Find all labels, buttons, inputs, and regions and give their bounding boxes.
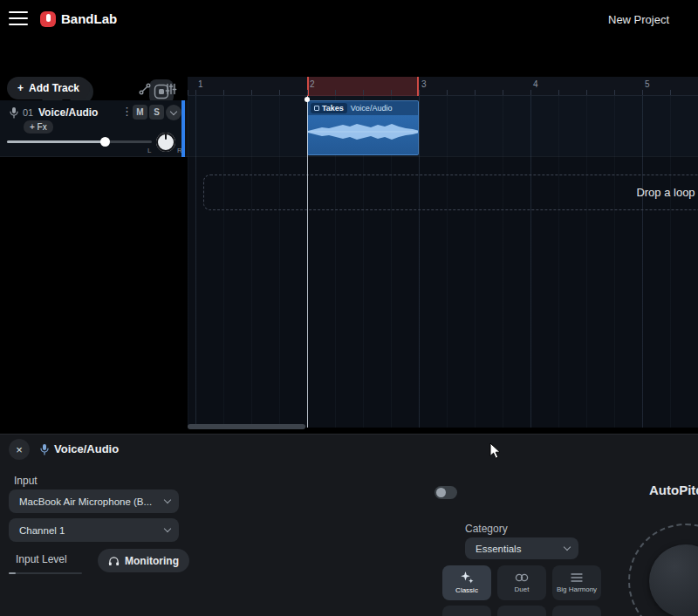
track-collapse-button[interactable]: [166, 105, 181, 120]
drop-loop-label: Drop a loop: [636, 186, 695, 199]
channel-dropdown[interactable]: Channel 1: [9, 518, 179, 542]
timeline: 1 2 3 4 5 Takes Voice/Audio Dr: [188, 70, 698, 434]
track-menu-icon[interactable]: ⋮: [121, 105, 133, 118]
track-selected-indicator: [181, 100, 185, 157]
hamburger-menu-icon[interactable]: [9, 11, 28, 27]
input-level-fill: [9, 572, 16, 574]
volume-slider[interactable]: [7, 140, 152, 143]
sparkle-icon: [461, 572, 474, 584]
track-number: 01: [23, 107, 33, 118]
top-bar: BandLab New Project: [0, 0, 698, 38]
preset-duet[interactable]: Duet: [497, 565, 546, 600]
bar-number: 3: [421, 79, 427, 89]
automation-button[interactable]: [134, 79, 155, 99]
headphones-icon: [108, 556, 120, 566]
track-header[interactable]: 01 Voice/Audio ⋮ M S + Fx L R: [0, 100, 188, 157]
preset-tile[interactable]: [442, 606, 491, 616]
playhead: [307, 96, 308, 428]
drop-loop-zone[interactable]: Drop a loop: [203, 175, 698, 210]
takes-badge[interactable]: Takes: [311, 103, 347, 113]
track-settings-panel: × Voice/Audio Input MacBook Air Micropho…: [0, 434, 698, 616]
bar-number: 5: [645, 79, 650, 89]
add-fx-button[interactable]: + Fx: [24, 120, 53, 133]
input-label: Input: [14, 475, 38, 487]
pan-knob[interactable]: [156, 133, 175, 152]
project-title[interactable]: New Project: [608, 13, 669, 26]
category-label: Category: [465, 523, 508, 535]
automation-icon: [139, 83, 151, 95]
transport-toolbar: 120 bpm 4 / 4 Key 00:0: [0, 38, 698, 70]
takes-icon: [314, 106, 319, 111]
brand-name: BandLab: [61, 11, 117, 26]
mixer-icon: [165, 83, 177, 95]
mixer-button[interactable]: [161, 79, 181, 99]
mic-icon: [9, 106, 19, 119]
pan-left-label: L: [147, 147, 151, 154]
add-track-label: Add Track: [29, 82, 79, 94]
chevron-down-icon: [164, 525, 171, 532]
close-panel-button[interactable]: ×: [9, 439, 30, 460]
preset-tile[interactable]: [497, 606, 546, 616]
monitoring-button[interactable]: Monitoring: [98, 549, 189, 572]
volume-fill: [7, 140, 105, 143]
input-level-meter: [9, 572, 82, 574]
clip-header[interactable]: Takes Voice/Audio: [308, 101, 418, 115]
chevron-down-icon: [170, 107, 177, 114]
ruler-ticks: [188, 90, 698, 95]
track-lanes[interactable]: [188, 96, 698, 428]
plus-icon: +: [17, 82, 24, 94]
chevron-down-icon: [164, 496, 171, 503]
autopitch-knob[interactable]: [649, 544, 698, 616]
category-dropdown[interactable]: Essentials: [465, 537, 578, 559]
playhead-marker: [305, 97, 310, 102]
harmony-icon: [571, 572, 583, 583]
input-level-label: Input Level: [16, 553, 67, 565]
bar-number: 2: [310, 79, 315, 89]
waveform: [308, 119, 419, 145]
add-track-button[interactable]: + Add Track: [7, 77, 90, 99]
preset-tile[interactable]: [552, 606, 601, 616]
track-lane[interactable]: [188, 96, 698, 157]
autopitch-title: AutoPitch: [649, 483, 698, 497]
clip-name: Voice/Audio: [351, 104, 393, 113]
input-device-dropdown[interactable]: MacBook Air Microphone (B...: [9, 489, 179, 513]
preset-big-harmony[interactable]: Big Harmony: [552, 565, 601, 600]
mic-icon: [39, 443, 50, 455]
volume-thumb[interactable]: [100, 137, 110, 147]
solo-button[interactable]: S: [149, 105, 164, 120]
bar-number: 4: [533, 79, 538, 89]
autopitch-knob-ring: [628, 524, 698, 616]
preset-classic[interactable]: Classic: [442, 565, 491, 600]
audio-clip[interactable]: Takes Voice/Audio: [307, 100, 419, 155]
horizontal-scrollbar[interactable]: [188, 424, 305, 429]
mute-button[interactable]: M: [133, 105, 147, 120]
autopitch-toggle[interactable]: [435, 486, 457, 499]
bandlab-logo-icon[interactable]: [40, 11, 56, 27]
bar-number: 1: [198, 79, 203, 89]
chevron-down-icon: [564, 544, 571, 551]
close-icon: ×: [16, 443, 23, 456]
bandlab-studio: BandLab New Project 120 bpm: [0, 0, 698, 616]
duet-icon: [515, 572, 529, 583]
panel-track-name: Voice/Audio: [54, 442, 119, 455]
timeline-ruler[interactable]: 1 2 3 4 5: [188, 77, 698, 96]
track-name: Voice/Audio: [38, 106, 98, 119]
